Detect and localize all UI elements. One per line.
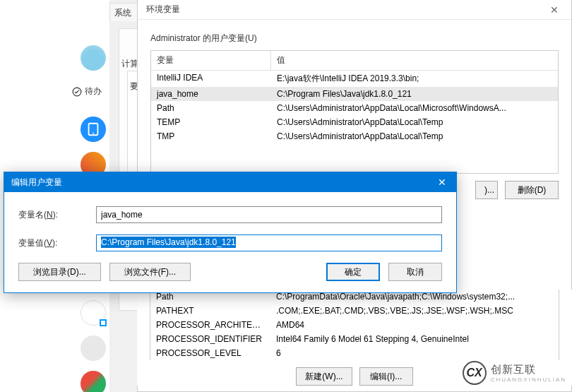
var-value-cell: C:\Program Files\Java\jdk1.8.0_121 — [271, 87, 558, 101]
dialog-titlebar[interactable]: 编辑用户变量 ✕ — [4, 172, 456, 192]
new-button[interactable]: 新建(W)... — [296, 367, 352, 386]
avatar[interactable] — [81, 300, 106, 326]
table-row[interactable]: TMPC:\Users\Administrator\AppData\Local\… — [151, 129, 558, 143]
var-name-label: 变量名(N): — [18, 209, 96, 221]
col-name-header[interactable]: 变量 — [151, 51, 271, 70]
close-icon[interactable]: ✕ — [428, 172, 456, 192]
table-row[interactable]: PROCESSOR_LEVEL6 — [150, 346, 559, 360]
logo-subtext: CHUANGXINHULIAN — [491, 376, 566, 383]
var-name-cell: PROCESSOR_IDENTIFIER — [150, 332, 270, 346]
ok-button[interactable]: 确定 — [326, 263, 380, 281]
device-icon[interactable] — [81, 117, 106, 142]
table-row[interactable]: PATHEXT.COM;.EXE;.BAT;.CMD;.VBS;.VBE;.JS… — [150, 304, 559, 318]
logo-icon: CX — [463, 361, 487, 385]
var-value-cell: E:\java软件\IntelliJ IDEA 2019.3.3\bin; — [271, 71, 558, 87]
var-name-cell: PROCESSOR_LEVEL — [150, 346, 270, 360]
var-value-cell: Intel64 Family 6 Model 61 Stepping 4, Ge… — [270, 332, 559, 346]
table-row[interactable]: PROCESSOR_IDENTIFIERIntel64 Family 6 Mod… — [150, 332, 559, 346]
user-vars-label: Administrator 的用户变量(U) — [150, 32, 559, 44]
var-name-cell: TEMP — [151, 115, 271, 129]
col-value-header[interactable]: 值 — [271, 51, 558, 70]
avatar[interactable] — [81, 371, 106, 392]
browse-file-button[interactable]: 浏览文件(F)... — [109, 263, 191, 281]
pending-label[interactable]: 待办 — [72, 85, 102, 97]
partial-button[interactable]: )... — [475, 181, 498, 199]
svg-point-2 — [93, 133, 94, 134]
table-header: 变量 值 — [151, 51, 558, 71]
edit-user-var-dialog: 编辑用户变量 ✕ 变量名(N): 变量值(V): C:\Program File… — [4, 172, 457, 293]
var-name-cell: java_home — [151, 87, 271, 101]
avatar[interactable] — [81, 45, 106, 71]
user-vars-table[interactable]: 变量 值 IntelliJ IDEAE:\java软件\IntelliJ IDE… — [150, 50, 559, 174]
env-title-text: 环境变量 — [146, 4, 180, 16]
system-tab[interactable]: 系统 — [109, 3, 138, 21]
watermark-logo: CX 创新互联 CHUANGXINHULIAN — [463, 361, 566, 385]
logo-text: 创新互联 — [491, 363, 566, 376]
var-value-cell: AMD64 — [270, 318, 559, 332]
var-name-cell: TMP — [151, 129, 271, 143]
table-row[interactable]: TEMPC:\Users\Administrator\AppData\Local… — [151, 115, 558, 129]
close-icon[interactable]: ✕ — [546, 4, 563, 16]
table-row[interactable]: IntelliJ IDEAE:\java软件\IntelliJ IDEA 201… — [151, 71, 558, 87]
var-value-input[interactable]: C:\Program Files\Java\jdk1.8.0_121 — [96, 234, 442, 251]
delete-button[interactable]: 删除(D) — [505, 181, 559, 199]
var-value-cell: C:\Users\Administrator\AppData\Local\Mic… — [271, 101, 558, 115]
var-value-cell: .COM;.EXE;.BAT;.CMD;.VBS;.VBE;.JS;.JSE;.… — [270, 304, 559, 318]
var-name-input[interactable] — [96, 206, 442, 223]
browse-dir-button[interactable]: 浏览目录(D)... — [18, 263, 101, 281]
table-row[interactable]: PROCESSOR_ARCHITECT...AMD64 — [150, 318, 559, 332]
env-titlebar: 环境变量 ✕ — [138, 0, 571, 20]
var-name-cell: Path — [151, 101, 271, 115]
check-circle-icon — [72, 87, 82, 97]
cancel-button[interactable]: 取消 — [388, 263, 442, 281]
var-value-cell: C:\Users\Administrator\AppData\Local\Tem… — [271, 115, 558, 129]
var-name-cell: IntelliJ IDEA — [151, 71, 271, 87]
var-value-cell: 6 — [270, 346, 559, 360]
tablet-icon — [85, 121, 101, 137]
var-value-cell: C:\Users\Administrator\AppData\Local\Tem… — [271, 129, 558, 143]
var-value-label: 变量值(V): — [18, 237, 96, 249]
avatar[interactable] — [81, 335, 106, 361]
table-row[interactable]: PathC:\Users\Administrator\AppData\Local… — [151, 101, 558, 115]
sys-vars-table[interactable]: PathC:\ProgramData\Oracle\Java\javapath;… — [150, 290, 559, 360]
edit-button[interactable]: 编辑(I)... — [359, 367, 413, 386]
selected-value-text: C:\Program Files\Java\jdk1.8.0_121 — [101, 237, 236, 248]
table-row[interactable]: java_homeC:\Program Files\Java\jdk1.8.0_… — [151, 87, 558, 101]
pending-text: 待办 — [85, 85, 102, 97]
var-name-cell: PATHEXT — [150, 304, 270, 318]
selection-dot-icon — [100, 319, 107, 326]
var-name-cell: PROCESSOR_ARCHITECT... — [150, 318, 270, 332]
dialog-title: 编辑用户变量 — [11, 177, 62, 189]
